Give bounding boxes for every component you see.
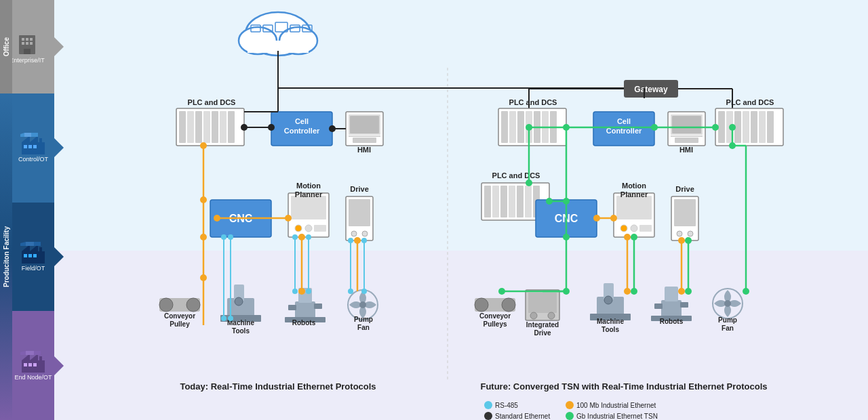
svg-rect-197 xyxy=(674,199,696,226)
svg-rect-152 xyxy=(501,111,508,143)
svg-rect-25 xyxy=(38,254,42,264)
svg-point-77 xyxy=(305,225,312,232)
svg-marker-28 xyxy=(26,242,34,246)
svg-point-253 xyxy=(685,237,692,244)
svg-rect-26 xyxy=(39,247,42,254)
svg-rect-11 xyxy=(24,145,27,148)
svg-point-273 xyxy=(484,412,492,420)
svg-text:Fan: Fan xyxy=(357,324,370,331)
svg-rect-75 xyxy=(291,196,326,219)
svg-rect-181 xyxy=(500,186,507,217)
svg-rect-3 xyxy=(30,38,33,41)
today-plc-dcs: PLC xyxy=(176,108,244,146)
today-plc-label: PLC and DCS xyxy=(188,98,236,106)
svg-rect-15 xyxy=(39,138,42,145)
svg-point-83 xyxy=(351,231,357,236)
today-hmi-label: HMI xyxy=(357,146,371,154)
svg-point-198 xyxy=(677,231,682,236)
svg-rect-78 xyxy=(314,225,326,232)
svg-point-76 xyxy=(295,225,302,232)
svg-point-261 xyxy=(593,215,600,222)
svg-rect-220 xyxy=(654,303,663,309)
svg-rect-36 xyxy=(38,363,42,373)
svg-rect-57 xyxy=(187,111,194,143)
svg-point-126 xyxy=(221,234,226,240)
svg-rect-6 xyxy=(30,42,33,45)
svg-point-132 xyxy=(292,234,298,240)
endnode-factory-icon xyxy=(20,351,46,374)
svg-rect-173 xyxy=(743,111,749,143)
svg-rect-167 xyxy=(675,138,698,143)
svg-text:PLC and DCS: PLC and DCS xyxy=(726,98,774,106)
svg-rect-12 xyxy=(28,145,32,148)
svg-text:Standard Ethernet: Standard Ethernet xyxy=(495,413,550,420)
svg-rect-221 xyxy=(680,302,688,308)
main-container: Office Enterprise/IT Produciton Facility xyxy=(0,0,868,420)
svg-point-127 xyxy=(228,234,233,240)
svg-text:Tools: Tools xyxy=(232,327,250,335)
svg-text:Planner: Planner xyxy=(620,190,648,198)
svg-rect-2 xyxy=(26,38,28,41)
svg-rect-153 xyxy=(509,111,516,143)
svg-rect-99 xyxy=(288,305,296,310)
svg-rect-13 xyxy=(33,145,37,148)
svg-point-120 xyxy=(285,215,292,222)
svg-point-114 xyxy=(200,142,207,149)
svg-marker-27 xyxy=(20,242,26,246)
svg-point-133 xyxy=(306,234,311,240)
svg-rect-1 xyxy=(22,38,24,41)
svg-rect-24 xyxy=(33,254,37,257)
today-cell-controller: Cell Controller xyxy=(271,112,332,146)
svg-rect-34 xyxy=(28,363,32,366)
svg-marker-38 xyxy=(20,351,26,355)
svg-text:Conveyor: Conveyor xyxy=(479,312,511,320)
svg-rect-180 xyxy=(492,186,499,217)
svg-point-209 xyxy=(548,312,555,319)
svg-rect-4 xyxy=(22,42,24,45)
svg-point-128 xyxy=(221,316,226,321)
svg-rect-62 xyxy=(228,111,235,143)
today-motion-planner xyxy=(288,193,329,237)
gateway-label: Gateway xyxy=(634,85,668,94)
svg-point-143 xyxy=(361,289,367,294)
today-hmi xyxy=(346,112,383,146)
svg-rect-37 xyxy=(39,356,42,363)
svg-point-109 xyxy=(241,124,248,131)
svg-point-233 xyxy=(651,124,658,131)
svg-point-254 xyxy=(685,288,692,295)
svg-text:Motion: Motion xyxy=(622,182,646,190)
future-drive xyxy=(671,196,698,240)
svg-text:Cell: Cell xyxy=(617,117,631,125)
svg-rect-35 xyxy=(33,363,37,366)
svg-point-268 xyxy=(678,288,685,295)
svg-rect-190 xyxy=(616,196,652,219)
svg-point-93 xyxy=(235,297,243,306)
svg-point-203 xyxy=(502,298,515,312)
sidebar: Office Enterprise/IT Produciton Facility xyxy=(0,0,54,420)
svg-point-234 xyxy=(712,124,719,131)
svg-text:100 Mb Industrial Ethernet: 100 Mb Industrial Ethernet xyxy=(576,402,656,409)
svg-rect-175 xyxy=(759,111,766,143)
svg-point-87 xyxy=(159,298,173,312)
svg-rect-33 xyxy=(24,363,27,366)
endnode-ot-label: End Node/OT xyxy=(14,374,52,381)
svg-point-137 xyxy=(354,237,361,244)
svg-text:Drive: Drive xyxy=(534,329,551,337)
svg-rect-218 xyxy=(661,300,682,317)
svg-text:Planner: Planner xyxy=(295,190,323,198)
svg-point-202 xyxy=(475,298,488,312)
svg-rect-165 xyxy=(672,116,701,133)
svg-point-134 xyxy=(292,289,298,294)
svg-rect-69 xyxy=(350,116,379,133)
svg-text:Tools: Tools xyxy=(601,326,619,333)
diagram-svg: PLC PLC and DCS Cell Controller HMI xyxy=(54,0,868,420)
svg-point-199 xyxy=(688,231,693,236)
svg-point-116 xyxy=(200,234,207,240)
svg-rect-182 xyxy=(509,186,515,217)
svg-point-135 xyxy=(306,289,311,294)
svg-rect-23 xyxy=(28,254,32,257)
svg-text:Pulley: Pulley xyxy=(170,320,190,328)
control-ot-label: Control/OT xyxy=(18,156,48,163)
svg-rect-60 xyxy=(212,111,218,143)
future-hmi xyxy=(668,112,705,146)
